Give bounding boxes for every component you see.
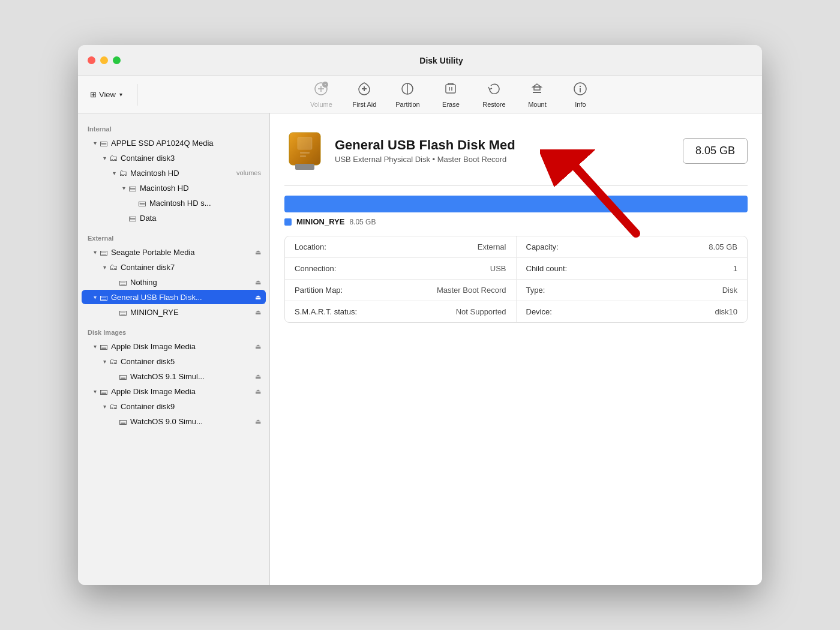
- eject-icon[interactable]: ⏏: [255, 248, 261, 256]
- sidebar-item-apple-disk-image-1[interactable]: ▾ 🖴 Apple Disk Image Media ⏏: [82, 339, 266, 353]
- sidebar-item-macintosh-hd-s[interactable]: 🖴 Macintosh HD s...: [82, 196, 266, 210]
- disk-icon: 🖴: [128, 213, 137, 223]
- sidebar-item-container-disk9[interactable]: ▾ 🗂 Container disk9: [82, 399, 266, 413]
- sidebar-item-macintosh-hd[interactable]: ▾ 🖴 Macintosh HD: [82, 181, 266, 195]
- disk-header: General USB Flash Disk Med USB External …: [284, 128, 748, 173]
- item-label: Macintosh HD s...: [149, 199, 261, 208]
- erase-button[interactable]: Erase: [435, 81, 466, 108]
- sidebar-item-data[interactable]: 🖴 Data: [82, 211, 266, 225]
- details-cell: Type: Disk: [516, 280, 748, 301]
- chevron-icon: ▾: [110, 170, 118, 176]
- disk-size-badge: 8.05 GB: [683, 138, 748, 164]
- minimize-button[interactable]: [100, 56, 108, 64]
- toolbar: ⊞ View ▾ Volume: [78, 76, 762, 113]
- eject-icon[interactable]: ⏏: [255, 343, 261, 350]
- restore-button[interactable]: Restore: [478, 81, 509, 108]
- item-label: General USB Flash Disk...: [111, 293, 253, 302]
- item-label: WatchOS 9.1 Simul...: [130, 372, 253, 381]
- sidebar-item-macintosh-hd-volumes[interactable]: ▾ 🗂 Macintosh HD volumes: [82, 166, 266, 180]
- disk-description: USB External Physical Disk • Master Boot…: [335, 155, 683, 164]
- svg-rect-9: [446, 85, 455, 93]
- sidebar-item-general-usb[interactable]: ▾ 🖴 General USB Flash Disk... ⏏: [82, 290, 266, 304]
- sidebar-item-watchos-91[interactable]: 🖴 WatchOS 9.1 Simul... ⏏: [82, 369, 266, 383]
- chevron-icon: ▾: [91, 343, 98, 350]
- svg-rect-20: [295, 164, 314, 170]
- disk-icon: 🖴: [100, 292, 108, 302]
- titlebar: Disk Utility: [78, 45, 762, 76]
- detail-value: USB: [490, 264, 506, 273]
- svg-rect-21: [298, 137, 312, 149]
- svg-rect-13: [534, 87, 540, 90]
- section-disk-images: Disk Images: [78, 324, 269, 338]
- disk-info: General USB Flash Disk Med USB External …: [335, 137, 683, 164]
- disk-icon: 🖴: [119, 416, 127, 426]
- first-aid-icon: [356, 81, 372, 99]
- container-icon: 🗂: [109, 262, 118, 272]
- info-button[interactable]: Info: [565, 81, 596, 108]
- eject-icon[interactable]: ⏏: [255, 278, 261, 286]
- disk-icon: 🖴: [119, 371, 127, 381]
- detail-key: Partition Map:: [295, 286, 343, 295]
- chevron-icon: ▾: [91, 249, 98, 256]
- eject-icon[interactable]: ⏏: [255, 373, 261, 380]
- info-label: Info: [575, 101, 586, 108]
- sidebar-item-apple-disk-image-2[interactable]: ▾ 🖴 Apple Disk Image Media ⏏: [82, 384, 266, 398]
- svg-point-16: [580, 86, 581, 87]
- item-label: Container disk5: [121, 357, 261, 366]
- item-label: Nothing: [130, 278, 253, 287]
- partition-color-dot: [284, 218, 292, 226]
- mount-icon: [529, 81, 545, 99]
- details-cell: Child count: 1: [516, 258, 748, 279]
- chevron-icon: ▾: [120, 185, 127, 191]
- mount-button[interactable]: Mount: [521, 81, 553, 108]
- container-icon: 🗂: [109, 153, 118, 163]
- fullscreen-button[interactable]: [113, 56, 121, 64]
- item-label: Apple Disk Image Media: [111, 342, 253, 351]
- chevron-icon: ▾: [101, 155, 108, 161]
- volume-label: Volume: [310, 101, 332, 108]
- disk-icon: 🖴: [128, 183, 137, 193]
- partition-size: 8.05 GB: [349, 218, 376, 226]
- disk-icon: 🖴: [119, 277, 127, 287]
- detail-key: Location:: [295, 242, 326, 251]
- sidebar-item-watchos-90[interactable]: 🖴 WatchOS 9.0 Simu... ⏏: [82, 414, 266, 428]
- sidebar-item-seagate[interactable]: ▾ 🖴 Seagate Portable Media ⏏: [82, 245, 266, 259]
- item-label: Container disk3: [121, 154, 261, 163]
- details-table: Location: External Capacity: 8.05 GB Con…: [284, 236, 748, 323]
- eject-icon[interactable]: ⏏: [255, 293, 261, 301]
- disk-icon: 🖴: [100, 386, 108, 396]
- eject-icon[interactable]: ⏏: [255, 388, 261, 395]
- first-aid-button[interactable]: First Aid: [349, 81, 380, 108]
- svg-rect-22: [300, 152, 310, 154]
- app-title: Disk Utility: [419, 56, 463, 65]
- sidebar-item-apple-ssd[interactable]: ▾ 🖴 APPLE SSD AP1024Q Media: [82, 136, 266, 150]
- details-cell: Device: disk10: [516, 301, 748, 322]
- partition-button[interactable]: Partition: [392, 81, 423, 108]
- sidebar-item-container-disk3[interactable]: ▾ 🗂 Container disk3: [82, 151, 266, 165]
- sidebar-item-container-disk7[interactable]: ▾ 🗂 Container disk7: [82, 260, 266, 274]
- item-label: Container disk7: [121, 263, 261, 272]
- item-label: Macintosh HD: [130, 169, 234, 178]
- item-label: MINION_RYE: [130, 308, 253, 317]
- container-icon: 🗂: [109, 356, 118, 366]
- toolbar-group: Volume First Aid: [152, 81, 750, 108]
- detail-key: S.M.A.R.T. status:: [295, 307, 357, 316]
- close-button[interactable]: [88, 56, 95, 64]
- titlebar-center: Disk Utility: [130, 56, 752, 65]
- eject-icon[interactable]: ⏏: [255, 308, 261, 316]
- volume-button[interactable]: Volume: [305, 81, 337, 108]
- restore-icon: [486, 81, 502, 99]
- sidebar-item-minion-rye[interactable]: 🖴 MINION_RYE ⏏: [82, 305, 266, 319]
- sidebar: Internal ▾ 🖴 APPLE SSD AP1024Q Media ▾ 🗂…: [78, 113, 270, 585]
- sidebar-item-nothing[interactable]: 🖴 Nothing ⏏: [82, 275, 266, 289]
- partition-name: MINION_RYE: [296, 217, 344, 226]
- details-cell: S.M.A.R.T. status: Not Supported: [285, 301, 516, 322]
- detail-value: Not Supported: [456, 307, 506, 316]
- chevron-down-icon: ▾: [119, 91, 122, 98]
- eject-icon[interactable]: ⏏: [255, 418, 261, 425]
- sidebar-item-container-disk5[interactable]: ▾ 🗂 Container disk5: [82, 354, 266, 368]
- detail-key: Child count:: [526, 264, 568, 273]
- divider: [284, 185, 748, 186]
- chevron-icon: ▾: [101, 264, 108, 271]
- view-control[interactable]: ⊞ View ▾: [90, 90, 122, 99]
